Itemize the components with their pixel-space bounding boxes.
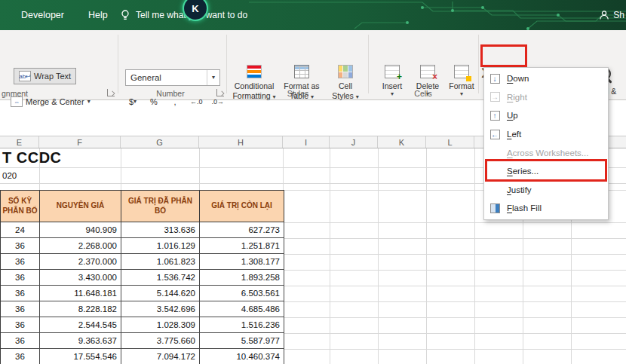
column-header-F[interactable]: F <box>39 136 121 148</box>
fill-menu-item-justify[interactable]: Justify <box>484 181 608 200</box>
table-cell[interactable]: 5.587.977 <box>200 333 284 349</box>
table-cell[interactable]: 36 <box>1 254 40 270</box>
decrease-decimal-icon: .0→ <box>212 98 225 106</box>
number-dialog-launcher[interactable] <box>216 89 224 96</box>
table-cell[interactable]: 36 <box>1 286 40 301</box>
group-separator <box>368 35 369 93</box>
table-cell[interactable]: 36 <box>1 301 40 317</box>
table-header-cell-2[interactable]: NGUYÊN GIÁ <box>40 191 121 222</box>
group-separator <box>478 35 479 93</box>
table-cell[interactable]: 4.685.486 <box>200 301 284 317</box>
person-icon <box>599 10 609 20</box>
table-cell[interactable]: 1.016.129 <box>121 238 200 254</box>
format-as-table-icon <box>294 65 309 78</box>
table-cell[interactable]: 1.536.742 <box>121 270 200 286</box>
table-cell[interactable]: 3.430.000 <box>40 270 121 286</box>
group-separator <box>226 35 227 93</box>
account-button[interactable]: Sh <box>599 0 624 30</box>
table-header-cell-3[interactable]: GIÁ TRỊ ĐÃ PHÂN BỔ <box>121 191 200 222</box>
number-format-combobox[interactable]: General ▾ <box>125 69 220 86</box>
button-label: Cell <box>339 81 352 91</box>
table-cell[interactable]: 24 <box>1 222 40 238</box>
table-cell[interactable]: 313.636 <box>121 222 200 238</box>
table-cell[interactable]: 2.544.545 <box>40 317 121 333</box>
title-bar: Developer Help Tell me what you want to … <box>0 0 626 30</box>
table-cell[interactable]: 6.503.561 <box>200 286 284 301</box>
table-cell[interactable]: 3.775.660 <box>121 333 200 349</box>
button-label: Formatting ▾ <box>232 91 275 101</box>
flash-fill-icon <box>490 203 500 213</box>
cell-styles-button[interactable]: Cell Styles ▾ <box>326 65 365 101</box>
cell-styles-icon <box>338 65 353 78</box>
wrap-text-label: Wrap Text <box>34 72 71 81</box>
chevron-down-icon: ▾ <box>391 91 394 97</box>
fill-menu-item-right: →Right <box>484 88 608 107</box>
fill-down-icon: ↓ <box>490 74 500 84</box>
column-header-E[interactable]: E <box>0 136 39 148</box>
table-cell[interactable]: 940.909 <box>40 222 121 238</box>
table-header-cell-1[interactable]: SỐ KỲ PHÂN BỔ <box>1 191 40 222</box>
sheet-year-text: 020 <box>2 171 17 180</box>
account-label: Sh <box>613 10 624 20</box>
table-cell[interactable]: 8.228.182 <box>40 301 121 317</box>
column-header-I[interactable]: I <box>283 136 330 148</box>
table-cell[interactable]: 627.273 <box>200 222 284 238</box>
table-cell[interactable]: 5.144.620 <box>121 286 200 301</box>
table-cell[interactable]: 1.516.236 <box>200 317 284 333</box>
table-cell[interactable]: 1.028.309 <box>121 317 200 333</box>
fill-left-icon: ← <box>490 130 500 139</box>
lightbulb-icon <box>121 10 130 21</box>
fill-menu-item-label: Flash Fill <box>507 203 542 213</box>
tab-developer[interactable]: Developer <box>21 10 64 20</box>
styles-group-label: Styles <box>275 89 321 98</box>
table-cell[interactable]: 36 <box>1 317 40 333</box>
table-cell[interactable]: 9.363.637 <box>40 333 121 349</box>
fill-menu-item-down[interactable]: ↓Down <box>484 69 608 88</box>
fill-dropdown-menu: ↓Down→Right↑Up←LeftAcross Worksheets...S… <box>483 67 609 220</box>
flash-fill-icon <box>489 203 501 213</box>
column-header-G[interactable]: G <box>121 136 199 148</box>
fill-menu-item-flash-fill[interactable]: Flash Fill <box>484 199 608 218</box>
table-cell[interactable]: 1.893.258 <box>200 270 284 286</box>
format-cells-button[interactable]: Format ▾ <box>445 65 478 97</box>
conditional-formatting-button[interactable]: Conditional Formatting ▾ <box>231 65 278 101</box>
table-cell[interactable]: 2.268.000 <box>40 238 121 254</box>
fill-menu-item-series[interactable]: Series... <box>484 162 608 181</box>
table-cell[interactable]: 10.460.374 <box>200 349 284 364</box>
table-cell[interactable]: 2.370.000 <box>40 254 121 270</box>
merge-center-icon: ⇔ <box>11 96 23 107</box>
decrease-decimal-button[interactable]: .0→ <box>210 95 226 109</box>
fill-menu-item-label: Down <box>507 74 529 83</box>
table-cell[interactable]: 17.554.546 <box>40 349 121 364</box>
table-cell[interactable]: 7.094.172 <box>121 349 200 364</box>
fill-menu-item-left[interactable]: ←Left <box>484 125 608 144</box>
fill-menu-item-label: Up <box>507 111 518 120</box>
fill-left-icon: ← <box>489 130 501 139</box>
cells-group-label: Cells <box>400 89 446 98</box>
table-cell[interactable]: 36 <box>1 349 40 364</box>
table-cell[interactable]: 36 <box>1 238 40 254</box>
column-header-H[interactable]: H <box>199 136 283 148</box>
fill-menu-item-label: Series... <box>507 167 539 176</box>
table-cell[interactable]: 1.061.823 <box>121 254 200 270</box>
group-separator <box>118 35 118 93</box>
table-cell[interactable]: 1.308.177 <box>200 254 284 270</box>
column-header-L[interactable]: L <box>426 136 474 148</box>
alignment-dialog-launcher[interactable] <box>107 89 115 96</box>
table-cell[interactable]: 3.542.696 <box>121 301 200 317</box>
table-cell[interactable]: 11.648.181 <box>40 286 121 301</box>
table-cell[interactable]: 36 <box>1 333 40 349</box>
tab-help[interactable]: Help <box>88 10 108 20</box>
wrap-text-button[interactable]: ab↩ Wrap Text <box>14 68 76 84</box>
accounting-format-button[interactable]: $▾ <box>125 95 140 109</box>
wrap-text-icon: ab↩ <box>19 71 31 81</box>
column-header-K[interactable]: K <box>378 136 426 148</box>
column-header-J[interactable]: J <box>330 136 378 148</box>
table-header-cell-4[interactable]: GIÁ TRỊ CÒN LẠI <box>200 191 284 222</box>
increase-decimal-icon: ←.0 <box>190 98 203 106</box>
badge-letter: K <box>192 3 198 14</box>
alignment-group-label: gnment <box>2 89 47 98</box>
table-cell[interactable]: 1.251.871 <box>200 238 284 254</box>
table-cell[interactable]: 36 <box>1 270 40 286</box>
fill-menu-item-up[interactable]: ↑Up <box>484 106 608 125</box>
